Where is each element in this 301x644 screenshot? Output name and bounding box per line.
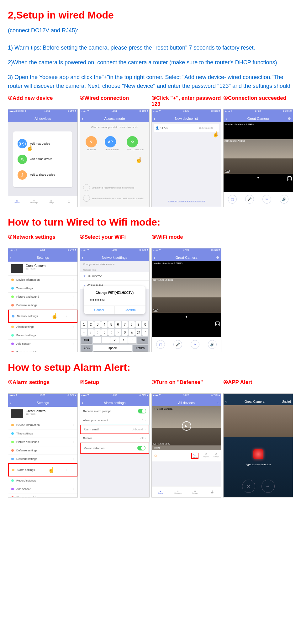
kb-key[interactable]: 8 [129, 321, 135, 328]
kb-key[interactable]: , [102, 337, 110, 343]
kb-symbols[interactable]: #+= [81, 337, 92, 343]
kb-key[interactable]: 2 [88, 321, 94, 328]
tab-image[interactable]: ▤Image [43, 196, 60, 207]
row-record[interactable]: Record settings› [8, 476, 77, 485]
wired-option[interactable]: ⟲Wired connection [127, 136, 144, 151]
add-new-device-item[interactable]: ((•)) Add new device ☝ [18, 136, 68, 152]
tab-message[interactable]: ✉Message [25, 196, 43, 207]
row-buzzer[interactable]: Buzzeroff› [80, 434, 149, 443]
record-button[interactable]: ▢ [156, 340, 165, 349]
row-receive-prompt[interactable]: Receive alarm prompt [80, 406, 149, 416]
row-network[interactable]: Network settings›☝ [8, 310, 77, 323]
kb-key[interactable]: 5 [108, 321, 114, 328]
tab-device[interactable]: ▣Device [8, 196, 25, 207]
tab-my[interactable]: ☺My [60, 196, 77, 207]
row-add-sensor[interactable]: Add sensor› [8, 485, 77, 493]
fullscreen-icon[interactable]: ⛶ [215, 322, 220, 326]
row-defense[interactable]: Defense settings› [8, 301, 77, 310]
camera-feed[interactable]: 2017-12-25 17:03:50 SD [224, 139, 293, 174]
kb-key[interactable]: ( [108, 329, 114, 336]
kb-key[interactable]: - [81, 329, 87, 336]
keyboard[interactable]: 1234567890 -/:;()$&@" #+= .,?!' ⌫ ABC sp… [80, 321, 149, 352]
add-share-device-item[interactable]: ⤴ Add to share device [18, 167, 68, 183]
back-icon[interactable]: ‹ [82, 116, 83, 121]
row-firmware[interactable]: Firmware update› [8, 348, 77, 352]
password-input[interactable]: ●●●●●●●●3 [87, 297, 142, 303]
kb-abc[interactable]: ABC [81, 345, 92, 351]
snapshot-button[interactable]: ✂ [191, 340, 199, 349]
mic-button[interactable]: 🎤 [245, 195, 254, 204]
kb-key[interactable]: ! [119, 337, 128, 343]
tab-my[interactable]: ☺My [204, 487, 221, 497]
confirm-button[interactable]: Confirm [114, 306, 145, 314]
add-plus-icon[interactable]: + [215, 125, 217, 130]
row-record[interactable]: Record settings› [8, 331, 77, 340]
row-picture-sound[interactable]: Picture and sound› [8, 438, 77, 446]
kb-key[interactable]: / [88, 329, 94, 336]
back-icon[interactable]: ‹ [154, 116, 155, 121]
sd-badge[interactable]: SD [225, 170, 230, 173]
defense-button[interactable]: 🛡Defense [191, 453, 198, 459]
dismiss-button[interactable]: ✕ [242, 480, 255, 493]
camera-preview[interactable]: ✓ Great Camera 2017-12-25 15:40 ▶ [152, 406, 221, 445]
playback-button[interactable]: ⟲Playback [203, 453, 209, 459]
alert-back[interactable]: < [225, 400, 227, 403]
tab-message[interactable]: ✉Message [169, 487, 186, 497]
sd-badge[interactable]: SD [153, 309, 158, 311]
standalone-link[interactable]: Change to standalone mode [80, 261, 149, 268]
wifi-hzlhcctv[interactable]: ⛛ HZLHCCTV [80, 272, 149, 281]
ap-option[interactable]: APAP connection [105, 136, 119, 151]
camera-feed[interactable]: 2017-12-25 17:03:50 SD [152, 278, 221, 313]
kb-key[interactable]: 0 [142, 321, 148, 328]
mic-button[interactable]: 🎤 [173, 340, 182, 349]
row-alarm[interactable]: Alarm settings›☝ [8, 463, 77, 476]
back-icon[interactable]: ‹ [154, 255, 155, 260]
kb-key[interactable]: 7 [122, 321, 128, 328]
gear-icon[interactable]: ⚙ [288, 117, 291, 121]
row-time[interactable]: Time settings› [8, 429, 77, 438]
speaker-button[interactable]: 🔊 [280, 195, 288, 204]
tab-image[interactable]: ▤Image [187, 487, 204, 497]
kb-key[interactable]: 1 [81, 321, 87, 328]
weather-icon[interactable]: ☼ [154, 453, 158, 459]
row-motion-detection[interactable]: Motion detection [80, 443, 149, 454]
record-button[interactable]: ▢ [228, 195, 237, 204]
row-picture-sound[interactable]: Picture and sound› [8, 293, 77, 301]
row-network[interactable]: Network settings› [8, 455, 77, 463]
tab-device[interactable]: ▣Device [152, 487, 169, 497]
row-add-sensor[interactable]: Add sensor› [8, 340, 77, 348]
kb-key[interactable]: $ [122, 329, 128, 336]
row-alarm-email[interactable]: Alarm emailUnbound› [80, 425, 149, 434]
kb-key[interactable]: 4 [101, 321, 108, 328]
toggle-icon[interactable] [137, 446, 145, 450]
smartlink-option[interactable]: ⛛Smartlink [86, 136, 97, 151]
fullscreen-icon[interactable]: ⛶ [287, 176, 292, 181]
no-device-link[interactable]: There is no device I want to add? [152, 200, 221, 203]
alert-unbind[interactable]: Unbird [282, 400, 291, 403]
back-icon[interactable]: ‹ [82, 400, 83, 405]
back-icon[interactable]: ‹ [82, 255, 83, 260]
kb-key[interactable]: @ [135, 329, 142, 336]
play-icon[interactable]: ▶ [182, 421, 191, 431]
plus-icon[interactable]: + [217, 401, 219, 405]
back-icon[interactable]: ‹ [225, 116, 227, 121]
row-device-info[interactable]: Device information› [8, 276, 77, 284]
cancel-button[interactable]: Cancel [84, 306, 114, 314]
kb-space[interactable]: space [93, 345, 132, 351]
kb-return[interactable]: return [133, 345, 148, 351]
kb-key[interactable]: ) [115, 329, 121, 336]
row-push-account[interactable]: Alarm push account1› [80, 416, 149, 425]
kb-delete[interactable]: ⌫ [137, 337, 148, 343]
kb-key[interactable]: 6 [115, 321, 121, 328]
kb-key[interactable]: . [93, 337, 101, 343]
snapshot-button[interactable]: ✂ [262, 195, 271, 204]
kb-key[interactable]: 9 [135, 321, 142, 328]
toggle-icon[interactable] [138, 409, 146, 413]
device-row[interactable]: 👤 11776 192.168.1.106 + [154, 124, 219, 132]
back-icon[interactable]: ‹ [10, 400, 12, 405]
row-alarm[interactable]: Alarm settings› [8, 323, 77, 331]
add-online-device-item[interactable]: ✎ Add online device [18, 152, 68, 167]
kb-key[interactable]: ' [128, 337, 136, 343]
row-time[interactable]: Time settings› [8, 284, 77, 293]
next-button[interactable]: → [261, 480, 275, 493]
